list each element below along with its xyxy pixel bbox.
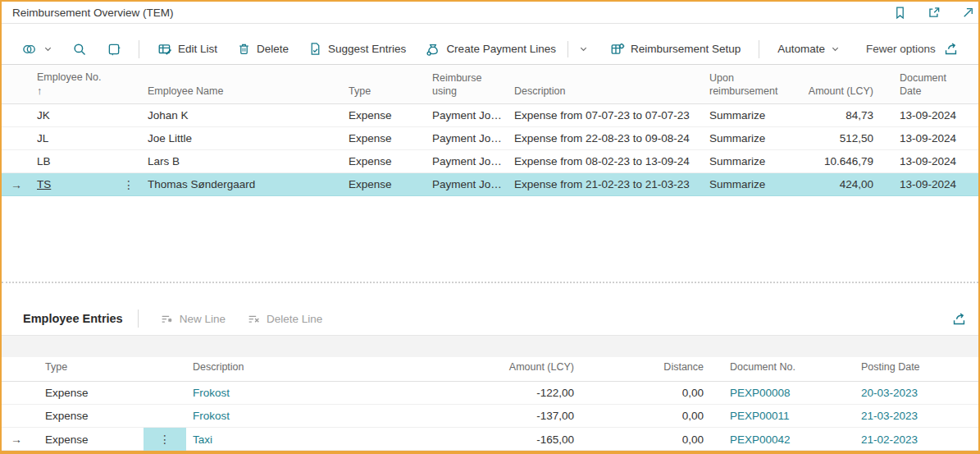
- new-line-label: New Line: [180, 313, 226, 325]
- col-description[interactable]: Description: [193, 361, 484, 374]
- col-document-date[interactable]: Document Date: [882, 72, 978, 98]
- cell-employee-no-value[interactable]: TS: [37, 178, 51, 190]
- cell-amount-lcy[interactable]: -137,00: [484, 410, 582, 422]
- cell-description[interactable]: Expense from 22-08-23 to 09-08-24: [514, 132, 709, 144]
- cell-upon-reimbursement[interactable]: Summarize: [709, 178, 800, 190]
- cell-amount-lcy[interactable]: 84,73: [800, 109, 882, 122]
- diagonal-arrow-icon: [961, 6, 975, 20]
- cell-document-date[interactable]: 13-09-2024: [882, 109, 978, 122]
- cell-type[interactable]: Expense: [349, 178, 432, 190]
- col-employee-name[interactable]: Employee Name: [148, 85, 349, 99]
- col-reimburse-using[interactable]: Reimburse using: [432, 72, 514, 98]
- go-to-page-button[interactable]: [961, 6, 975, 20]
- edit-list-button[interactable]: Edit List: [150, 39, 225, 60]
- automate-button[interactable]: Automate: [770, 39, 847, 58]
- cell-description[interactable]: Expense from 07-07-23 to 07-07-23: [514, 109, 709, 122]
- cell-reimburse-using[interactable]: Payment Jour...: [432, 155, 514, 167]
- bookmark-icon: [893, 6, 907, 20]
- cell-amount-lcy[interactable]: -165,00: [484, 433, 582, 446]
- cell-description-link[interactable]: Frokost: [193, 410, 230, 422]
- cell-employee-no[interactable]: JK: [37, 109, 148, 122]
- focused-cell-menu[interactable]: ⋮: [144, 428, 186, 451]
- cell-reimburse-using[interactable]: Payment Jour...: [432, 132, 514, 144]
- cell-upon-reimbursement[interactable]: Summarize: [709, 109, 800, 122]
- cell-type[interactable]: Expense: [45, 410, 193, 422]
- cell-document-date[interactable]: 13-09-2024: [882, 178, 978, 190]
- delete-button[interactable]: Delete: [230, 39, 296, 59]
- col-type[interactable]: Type: [45, 361, 193, 374]
- col-upon-reimbursement[interactable]: Upon reimbursement: [709, 72, 800, 98]
- new-line-button[interactable]: New Line: [153, 309, 232, 329]
- cell-employee-no[interactable]: LB: [37, 155, 148, 167]
- share-button[interactable]: [943, 41, 959, 57]
- reimbursement-setup-button[interactable]: Reimbursement Setup: [603, 39, 748, 60]
- employee-entries-header: Employee Entries New Line Delete Line: [2, 302, 978, 336]
- cell-employee-name[interactable]: Lars B: [148, 155, 349, 167]
- cell-distance[interactable]: 0,00: [582, 410, 712, 422]
- col-employee-no[interactable]: Employee No. ↑: [37, 71, 148, 98]
- cell-document-no-link[interactable]: PEXP00008: [730, 387, 791, 399]
- cell-context-menu-icon[interactable]: ⋮: [154, 433, 175, 446]
- cell-amount-lcy[interactable]: -122,00: [484, 387, 582, 399]
- cell-type[interactable]: Expense: [45, 387, 193, 399]
- bookmark-button[interactable]: [893, 6, 907, 20]
- cell-upon-reimbursement[interactable]: Summarize: [709, 132, 800, 144]
- cell-amount-lcy[interactable]: 512,50: [800, 132, 882, 144]
- entry-row-focused[interactable]: → Expense ⋮ Taxi -165,00 0,00 PEXP00042 …: [2, 428, 978, 451]
- search-button[interactable]: [66, 39, 93, 60]
- col-distance[interactable]: Distance: [582, 361, 712, 374]
- cell-employee-name[interactable]: Joe Little: [148, 132, 349, 144]
- cell-distance[interactable]: 0,00: [582, 387, 712, 399]
- cell-distance[interactable]: 0,00: [582, 433, 712, 446]
- col-type[interactable]: Type: [349, 85, 432, 99]
- cell-posting-date-link[interactable]: 21-02-2023: [861, 433, 918, 446]
- cell-posting-date-link[interactable]: 20-03-2023: [861, 387, 918, 399]
- entry-row[interactable]: Expense Frokost -137,00 0,00 PEXP00011 2…: [2, 405, 978, 428]
- table-row[interactable]: JK Johan K Expense Payment Jour... Expen…: [2, 104, 978, 127]
- col-document-no[interactable]: Document No.: [712, 361, 853, 374]
- cell-amount-lcy[interactable]: 10.646,79: [800, 155, 882, 167]
- cell-document-date[interactable]: 13-09-2024: [882, 132, 978, 144]
- create-payment-lines-button[interactable]: Create Payment Lines: [418, 39, 563, 60]
- cell-amount-lcy[interactable]: 424,00: [800, 178, 882, 190]
- create-payment-lines-dropdown[interactable]: [572, 41, 595, 57]
- cell-employee-name[interactable]: Thomas Søndergaard: [148, 178, 349, 190]
- table-row-selected[interactable]: → TS ⋮ Thomas Søndergaard Expense Paymen…: [2, 173, 978, 196]
- suggest-entries-button[interactable]: Suggest Entries: [301, 39, 413, 59]
- part-share-button[interactable]: [951, 311, 967, 327]
- delete-line-button[interactable]: Delete Line: [240, 309, 329, 329]
- cell-employee-no[interactable]: JL: [37, 132, 148, 144]
- cell-reimburse-using[interactable]: Payment Jour...: [432, 178, 514, 190]
- cell-document-no-link[interactable]: PEXP00011: [730, 410, 790, 422]
- toolbar-separator: [759, 40, 759, 58]
- toolbar-right-icons: [943, 41, 980, 57]
- cell-employee-no[interactable]: TS ⋮: [37, 178, 148, 191]
- cell-description-link[interactable]: Frokost: [193, 387, 230, 399]
- entry-row[interactable]: Expense Frokost -122,00 0,00 PEXP00008 2…: [2, 382, 978, 405]
- table-row[interactable]: JL Joe Little Expense Payment Jour... Ex…: [2, 127, 978, 150]
- fewer-options-button[interactable]: Fewer options: [859, 39, 943, 58]
- cell-reimburse-using[interactable]: Payment Jour...: [432, 109, 514, 122]
- cell-type[interactable]: Expense ⋮: [45, 428, 193, 451]
- cell-upon-reimbursement[interactable]: Summarize: [709, 155, 800, 167]
- analyze-icon: [107, 42, 121, 57]
- cell-employee-name[interactable]: Johan K: [148, 109, 349, 122]
- cell-description[interactable]: Expense from 08-02-23 to 13-09-24: [514, 155, 709, 167]
- cell-type[interactable]: Expense: [349, 109, 432, 122]
- table-row[interactable]: LB Lars B Expense Payment Jour... Expens…: [2, 150, 978, 173]
- cell-type[interactable]: Expense: [349, 155, 432, 167]
- cell-posting-date-link[interactable]: 21-03-2023: [861, 410, 918, 422]
- col-posting-date[interactable]: Posting Date: [853, 361, 978, 374]
- cell-document-no-link[interactable]: PEXP00042: [730, 433, 791, 446]
- col-amount-lcy[interactable]: Amount (LCY): [800, 85, 882, 99]
- row-context-menu-icon[interactable]: ⋮: [118, 178, 139, 191]
- cell-document-date[interactable]: 13-09-2024: [882, 155, 978, 167]
- cell-type[interactable]: Expense: [349, 132, 432, 144]
- col-description[interactable]: Description: [514, 85, 709, 99]
- analyze-button[interactable]: [100, 39, 128, 60]
- views-button[interactable]: [15, 39, 59, 60]
- cell-description-link[interactable]: Taxi: [193, 433, 212, 446]
- cell-description[interactable]: Expense from 21-02-23 to 21-03-23: [514, 178, 709, 190]
- col-amount-lcy[interactable]: Amount (LCY): [484, 361, 582, 374]
- open-in-new-window-button[interactable]: [927, 5, 941, 20]
